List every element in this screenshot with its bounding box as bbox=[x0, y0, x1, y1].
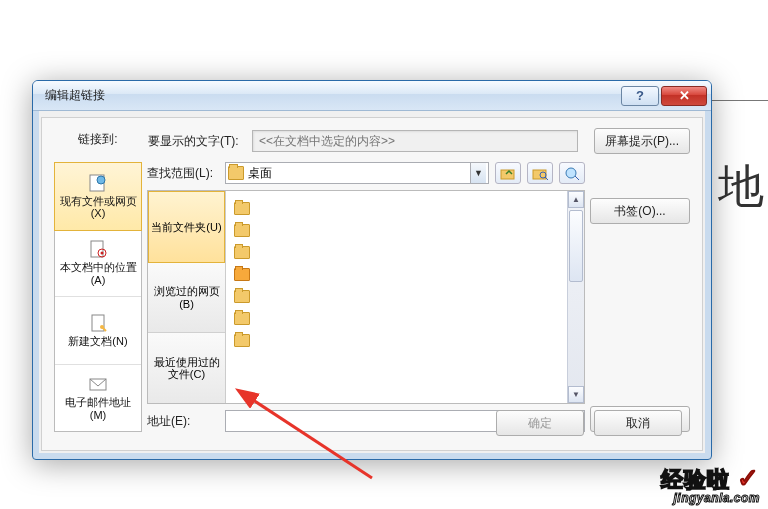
linkto-item-label: 本文档中的位置(A) bbox=[57, 261, 139, 286]
look-in-value: 桌面 bbox=[248, 165, 470, 182]
bookmark-button-label: 书签(O)... bbox=[614, 203, 665, 220]
linkto-email-address[interactable]: 电子邮件地址(M) bbox=[55, 365, 141, 432]
check-icon: ✓ bbox=[737, 463, 760, 493]
linkto-new-document[interactable]: 新建文档(N) bbox=[55, 297, 141, 365]
display-text-row: 链接到: 要显示的文字(T): 屏幕提示(P)... bbox=[42, 118, 702, 154]
svg-point-11 bbox=[566, 168, 576, 178]
linkto-item-label: 现有文件或网页(X) bbox=[57, 195, 139, 220]
tab-label: 浏览过的网页(B) bbox=[150, 285, 223, 310]
file-list[interactable]: ▲ ▼ bbox=[226, 191, 584, 403]
list-item[interactable] bbox=[234, 241, 576, 263]
list-item[interactable] bbox=[234, 219, 576, 241]
look-in-row: 查找范围(L): 桌面 ▼ bbox=[147, 162, 585, 184]
folder-icon bbox=[228, 166, 244, 180]
folder-icon bbox=[234, 224, 250, 237]
screentip-button[interactable]: 屏幕提示(P)... bbox=[594, 128, 690, 154]
look-in-combo[interactable]: 桌面 ▼ bbox=[225, 162, 489, 184]
ok-button: 确定 bbox=[496, 410, 584, 436]
background-document-text: 地 bbox=[718, 156, 764, 218]
up-one-level-button[interactable] bbox=[495, 162, 521, 184]
tab-label: 当前文件夹(U) bbox=[151, 221, 221, 234]
link-to-list: 现有文件或网页(X) 本文档中的位置(A) 新建文档(N) bbox=[54, 162, 142, 432]
browse-file-button[interactable] bbox=[527, 162, 553, 184]
edit-hyperlink-dialog: 编辑超链接 ? ✕ 链接到: 要显示的文字(T): 屏幕提示(P)... bbox=[32, 80, 712, 460]
scroll-track[interactable] bbox=[568, 208, 584, 386]
folder-icon bbox=[234, 202, 250, 215]
browse-tabs: 当前文件夹(U) 浏览过的网页(B) 最近使用过的文件(C) bbox=[148, 191, 226, 403]
cancel-button[interactable]: 取消 bbox=[594, 410, 682, 436]
browse-web-button[interactable] bbox=[559, 162, 585, 184]
address-label: 地址(E): bbox=[147, 413, 219, 430]
ok-button-label: 确定 bbox=[528, 415, 552, 432]
list-item[interactable] bbox=[234, 263, 576, 285]
dialog-body: 链接到: 要显示的文字(T): 屏幕提示(P)... 现有文件或网页(X) bbox=[41, 117, 703, 451]
folder-icon bbox=[234, 290, 250, 303]
background-horizontal-rule bbox=[708, 100, 768, 101]
list-item[interactable] bbox=[234, 197, 576, 219]
tab-browsed-pages[interactable]: 浏览过的网页(B) bbox=[148, 263, 225, 334]
dialog-titlebar[interactable]: 编辑超链接 ? ✕ bbox=[33, 81, 711, 111]
tab-label: 最近使用过的文件(C) bbox=[150, 356, 223, 381]
display-text-label: 要显示的文字(T): bbox=[148, 133, 246, 150]
svg-point-4 bbox=[101, 252, 104, 255]
globe-page-icon bbox=[88, 173, 108, 193]
scroll-thumb[interactable] bbox=[569, 210, 583, 282]
svg-rect-8 bbox=[501, 170, 514, 179]
bookmark-button[interactable]: 书签(O)... bbox=[590, 198, 690, 224]
folder-icon bbox=[234, 246, 250, 259]
folder-icon bbox=[234, 268, 250, 281]
watermark-url: jingyanla.com bbox=[661, 491, 760, 505]
screentip-button-label: 屏幕提示(P)... bbox=[605, 133, 679, 150]
list-item[interactable] bbox=[234, 307, 576, 329]
look-in-label: 查找范围(L): bbox=[147, 165, 219, 182]
chevron-down-icon[interactable]: ▼ bbox=[470, 163, 486, 183]
dialog-title: 编辑超链接 bbox=[45, 87, 619, 104]
close-button[interactable]: ✕ bbox=[661, 86, 707, 106]
svg-point-1 bbox=[97, 176, 105, 184]
linkto-this-document[interactable]: 本文档中的位置(A) bbox=[55, 230, 141, 298]
watermark-text: 经验啦 bbox=[661, 467, 730, 492]
scrollbar[interactable]: ▲ ▼ bbox=[567, 191, 584, 403]
help-icon: ? bbox=[636, 88, 644, 103]
folder-up-icon bbox=[500, 166, 516, 180]
new-document-icon bbox=[88, 313, 108, 333]
linkto-item-label: 电子邮件地址(M) bbox=[57, 396, 139, 421]
link-to-label: 链接到: bbox=[54, 131, 142, 148]
folder-icon bbox=[234, 334, 250, 347]
linkto-item-label: 新建文档(N) bbox=[68, 335, 127, 348]
right-button-column: 书签(O)... 删除链接(R) bbox=[590, 162, 690, 432]
svg-point-6 bbox=[100, 325, 104, 329]
web-search-icon bbox=[564, 166, 580, 180]
scroll-down-icon[interactable]: ▼ bbox=[568, 386, 584, 403]
scroll-up-icon[interactable]: ▲ bbox=[568, 191, 584, 208]
folder-icon bbox=[234, 312, 250, 325]
help-button[interactable]: ? bbox=[621, 86, 659, 106]
list-item[interactable] bbox=[234, 285, 576, 307]
linkto-existing-file[interactable]: 现有文件或网页(X) bbox=[54, 162, 142, 231]
watermark: 经验啦 ✓ jingyanla.com bbox=[661, 463, 760, 505]
cancel-button-label: 取消 bbox=[626, 415, 650, 432]
email-icon bbox=[88, 374, 108, 394]
display-text-input bbox=[252, 130, 578, 152]
folder-search-icon bbox=[532, 166, 548, 180]
tab-current-folder[interactable]: 当前文件夹(U) bbox=[148, 191, 225, 263]
close-icon: ✕ bbox=[679, 88, 690, 103]
document-target-icon bbox=[88, 239, 108, 259]
dialog-footer: 确定 取消 bbox=[496, 410, 682, 436]
browse-panel: 当前文件夹(U) 浏览过的网页(B) 最近使用过的文件(C) bbox=[147, 190, 585, 404]
tab-recent-files[interactable]: 最近使用过的文件(C) bbox=[148, 333, 225, 403]
list-item[interactable] bbox=[234, 329, 576, 351]
